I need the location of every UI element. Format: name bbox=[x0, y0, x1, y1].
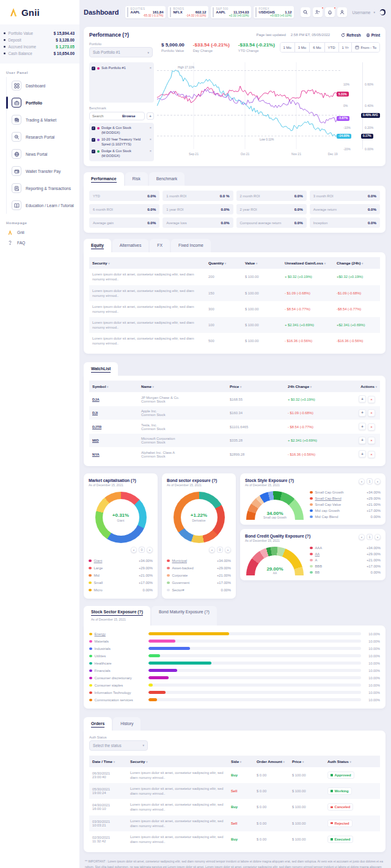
auth-status-select[interactable]: Select the status▾ bbox=[89, 740, 148, 751]
legend-item[interactable]: Mid cap Growth +17.00% bbox=[310, 508, 381, 514]
sidebar-item-gnii[interactable]: Gnii bbox=[0, 227, 79, 238]
ticker-card[interactable]: S&P 500 AAPL11,154.03 +2.32 (+0.11%) bbox=[211, 6, 251, 18]
legend-item[interactable]: Asset-backed +29.00% bbox=[167, 564, 231, 572]
legend-item[interactable]: Sector# 0.00% bbox=[167, 586, 231, 594]
watchlist-row[interactable]: DJTR Tesla, Inc.Common Stock $1101.6465 … bbox=[89, 420, 380, 434]
remove-icon[interactable]: × bbox=[150, 137, 152, 141]
order-row[interactable]: 03/30/202110:03:21 Lorem ipsum dolor sit… bbox=[89, 815, 380, 831]
remove-button[interactable]: × bbox=[368, 423, 375, 431]
legend-item[interactable]: BBB +17.00% bbox=[310, 563, 381, 569]
holdings-row[interactable]: Lorem ipsum dolor sit amet, consetetur s… bbox=[89, 285, 380, 301]
range-ytd[interactable]: YTD bbox=[325, 43, 339, 52]
legend-item[interactable]: Municipal +34.00% bbox=[167, 557, 231, 564]
logo[interactable]: Gnii bbox=[0, 0, 79, 24]
next-page-button[interactable]: › bbox=[225, 547, 231, 553]
remove-button[interactable]: × bbox=[368, 451, 375, 458]
browse-button[interactable]: Browse bbox=[122, 114, 136, 118]
stats-tab[interactable]: Performance bbox=[84, 172, 124, 186]
legend-item[interactable]: Small Cap Blend +29.00% bbox=[310, 495, 381, 501]
holdings-tab[interactable]: Alternatives bbox=[112, 239, 149, 252]
sidebar-item-wallet-transfer[interactable]: Wallet Transfer Pay bbox=[7, 162, 79, 180]
profile-button[interactable] bbox=[337, 7, 347, 17]
benchmark-item[interactable]: ✓ 10-20 Year Treasury Yield Spred (1:102… bbox=[92, 136, 152, 148]
portfolio-select[interactable]: Sub Portfolio #1▾ bbox=[89, 47, 153, 57]
search-button[interactable] bbox=[301, 7, 310, 17]
watchlist-row[interactable]: NYA Alphabet Inc. Class ACommon Stock $2… bbox=[89, 447, 380, 461]
legend-item[interactable]: BB 0.00% bbox=[310, 569, 381, 575]
theme-toggle[interactable] bbox=[380, 9, 386, 15]
checkbox-checked[interactable]: ✓ bbox=[92, 138, 95, 142]
print-button[interactable]: Print bbox=[366, 33, 380, 37]
watchlist-row[interactable]: MID Microsoft CorporationCommon Stock $3… bbox=[89, 434, 380, 448]
legend-item[interactable]: Micro 0.00% bbox=[89, 586, 153, 594]
checkbox-checked[interactable]: ✓ bbox=[92, 126, 95, 130]
sidebar-item-reporting-transactions[interactable]: Reporting & Transactions bbox=[7, 180, 79, 197]
holdings-tab[interactable]: FX bbox=[150, 239, 170, 252]
range-3mo[interactable]: 3 Mo bbox=[295, 43, 310, 52]
benchmark-item[interactable]: ✓ Dodge & Cox Stock (M:DODGX) × bbox=[92, 125, 152, 136]
range-1yr[interactable]: 1 Yr bbox=[339, 43, 353, 52]
holdings-row[interactable]: Lorem ipsum dolor sit amet, consetetur s… bbox=[89, 269, 380, 285]
benchmark-search-input[interactable] bbox=[92, 114, 120, 118]
order-row[interactable]: 02/30/202111:32:42 Lorem ipsum dolor sit… bbox=[89, 831, 380, 847]
symbol-link[interactable]: DJI bbox=[92, 411, 98, 415]
performance-chart[interactable]: High 17.11%Low 0.11%Sep 21Oct 21Nov 21De… bbox=[157, 62, 380, 160]
next-page-button[interactable]: › bbox=[375, 534, 381, 540]
order-row[interactable]: 06/30/202123:00:40 Lorem ipsum dolor sit… bbox=[89, 767, 380, 783]
symbol-link[interactable]: NYA bbox=[92, 453, 100, 456]
watchlist-row[interactable]: DJI Apple Inc.Common Stock $160.34 - $1.… bbox=[89, 406, 380, 420]
sidebar-item-news-portal[interactable]: News Portal bbox=[7, 145, 79, 162]
order-row[interactable]: 04/30/202116:00:10 Lorem ipsum dolor sit… bbox=[89, 799, 380, 815]
legend-item[interactable]: AA +29.00% bbox=[310, 551, 381, 557]
market-activity-button[interactable] bbox=[313, 7, 323, 17]
watchlist-row[interactable]: DJA JP Morgan Chase & Co.Common Stock $1… bbox=[89, 392, 380, 406]
holdings-row[interactable]: Lorem ipsum dolor sit amet, consetetur s… bbox=[89, 317, 380, 333]
add-benchmark-button[interactable]: + bbox=[147, 112, 154, 120]
symbol-link[interactable]: DJTR bbox=[92, 425, 101, 429]
refresh-button[interactable]: Refresh bbox=[341, 33, 360, 37]
add-button[interactable]: + bbox=[359, 423, 366, 430]
remove-button[interactable]: × bbox=[368, 409, 375, 417]
holdings-tab[interactable]: Equity bbox=[84, 239, 111, 252]
checkbox-checked[interactable]: ✓ bbox=[92, 150, 95, 153]
legend-item[interactable]: Goverment +17.00% bbox=[167, 579, 231, 586]
legend-item[interactable]: Giant +34.00% bbox=[89, 557, 153, 564]
legend-item[interactable]: Mid Cap Blend 0.00% bbox=[310, 514, 381, 520]
prev-page-button[interactable]: ‹ bbox=[359, 534, 365, 540]
username-label[interactable]: Username bbox=[352, 10, 370, 15]
sidebar-item-research-portal[interactable]: Research Portal bbox=[7, 128, 79, 145]
range-from-to[interactable]: From - To bbox=[352, 43, 379, 52]
add-button[interactable]: + bbox=[359, 450, 366, 458]
next-page-button[interactable]: › bbox=[147, 547, 153, 553]
sidebar-item-trading-market[interactable]: Trading & Market bbox=[7, 111, 79, 128]
tab-stock-sector-exposure[interactable]: Stock Sector Exposure (?) As of December… bbox=[84, 606, 150, 625]
sidebar-item-portfolio[interactable]: Portfolio bbox=[7, 94, 79, 111]
sidebar-item-education[interactable]: Education / Learn / Tutorial bbox=[7, 197, 79, 214]
add-button[interactable]: + bbox=[359, 409, 366, 417]
add-button[interactable]: + bbox=[359, 395, 366, 403]
order-row[interactable]: 05/30/202119:00:24 Lorem ipsum dolor sit… bbox=[89, 783, 380, 799]
stats-tab[interactable]: Benchmark bbox=[149, 172, 185, 186]
orders-tab[interactable]: History bbox=[113, 717, 141, 731]
benchmark-item[interactable]: ✓ Dodge & Cox Stock (M:DODGX) × bbox=[92, 148, 152, 159]
remove-icon[interactable]: × bbox=[150, 149, 152, 153]
ticker-card[interactable]: BONDS NFLX602.12 -14.32 (-0.11%) bbox=[168, 6, 208, 18]
remove-button[interactable]: × bbox=[368, 396, 375, 403]
checkbox-checked[interactable]: ✓ bbox=[92, 67, 95, 70]
legend-item[interactable]: Mid +21.00% bbox=[89, 572, 153, 579]
holdings-tab[interactable]: Fixed Income bbox=[171, 239, 211, 252]
sidebar-item-faq[interactable]: FAQ bbox=[0, 238, 79, 248]
add-button[interactable]: + bbox=[359, 437, 366, 444]
range-1mo[interactable]: 1 Mo bbox=[280, 43, 295, 52]
legend-item[interactable]: Corporate +21.00% bbox=[167, 572, 231, 579]
next-page-button[interactable]: › bbox=[375, 478, 381, 484]
tab-bond-maturity-exposure[interactable]: Bond Maturity Exposure (?) bbox=[152, 606, 217, 625]
legend-item[interactable]: Small Cap Growth +34.00% bbox=[310, 489, 381, 495]
ticker-card[interactable]: FOREX USD/GHS1.12 +0.023 (+0.11%) bbox=[254, 6, 294, 18]
prev-page-button[interactable]: ‹ bbox=[359, 478, 365, 484]
stats-tab[interactable]: Risk bbox=[125, 172, 148, 186]
remove-icon[interactable]: × bbox=[150, 126, 152, 129]
symbol-link[interactable]: MID bbox=[92, 439, 99, 442]
ticker-card[interactable]: EQUITIES AAPL161.84 -65.32 (-1.17%) bbox=[125, 6, 166, 18]
prev-page-button[interactable]: ‹ bbox=[131, 547, 137, 553]
